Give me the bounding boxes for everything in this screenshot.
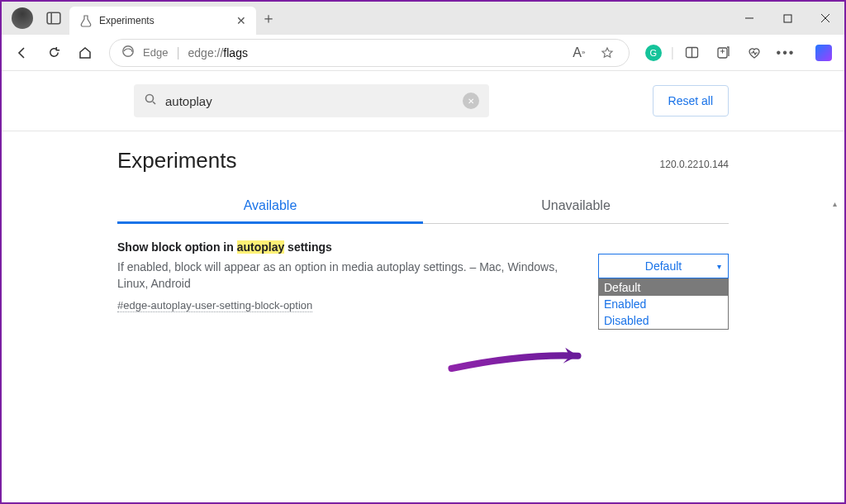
svg-line-13 (153, 102, 155, 104)
profile-avatar[interactable] (12, 7, 33, 29)
select-current-value: Default (645, 259, 682, 273)
page-title: Experiments (117, 148, 237, 174)
option-disabled[interactable]: Disabled (599, 312, 728, 329)
annotation-arrow (444, 346, 601, 376)
version-label: 120.0.2210.144 (660, 159, 729, 170)
tab-actions-icon[interactable] (46, 11, 61, 26)
flag-item: Show block option in autoplay settings I… (117, 224, 729, 329)
close-window-button[interactable] (806, 2, 844, 35)
search-icon (144, 93, 157, 109)
url-text: edge://flags (188, 45, 248, 60)
svg-point-12 (146, 95, 154, 102)
flag-tabs: Available Unavailable (117, 190, 729, 224)
favorite-icon[interactable] (597, 39, 617, 67)
health-icon[interactable] (740, 39, 768, 67)
chevron-down-icon: ▾ (717, 262, 721, 271)
more-menu-icon[interactable]: ••• (772, 39, 800, 67)
new-tab-button[interactable]: ＋ (256, 8, 281, 28)
minimize-button[interactable] (730, 2, 768, 35)
reset-all-button[interactable]: Reset all (653, 85, 729, 116)
tab-close-button[interactable]: ✕ (236, 14, 246, 27)
tab-available[interactable]: Available (117, 190, 423, 224)
scrollbar-up-icon[interactable] (833, 195, 843, 205)
collections-icon[interactable] (709, 39, 737, 67)
back-button[interactable] (8, 39, 36, 67)
address-separator: | (176, 45, 179, 60)
home-button[interactable] (71, 39, 99, 67)
address-bar[interactable]: Edge | edge://flags A» (109, 39, 630, 67)
grammarly-extension-icon[interactable]: G (639, 39, 668, 67)
split-screen-icon[interactable] (677, 39, 706, 67)
browser-tab[interactable]: Experiments ✕ (69, 7, 256, 35)
maximize-button[interactable] (768, 2, 806, 35)
refresh-button[interactable] (40, 39, 68, 67)
tab-title: Experiments (99, 15, 230, 26)
flag-description: If enabled, block will appear as an opti… (117, 259, 582, 292)
read-aloud-icon[interactable]: A» (569, 39, 589, 67)
edge-logo-icon (121, 45, 135, 61)
page-content: ✕ Reset all Experiments 120.0.2210.144 A… (2, 71, 844, 504)
title-bar: Experiments ✕ ＋ (2, 2, 844, 35)
copilot-icon[interactable] (810, 39, 838, 67)
flag-select-dropdown: Default Enabled Disabled (598, 278, 729, 330)
flag-title: Show block option in autoplay settings (117, 240, 582, 254)
option-enabled[interactable]: Enabled (599, 296, 728, 312)
option-default[interactable]: Default (599, 279, 728, 296)
browser-toolbar: Edge | edge://flags A» G | ••• (2, 35, 844, 71)
flag-tag-link[interactable]: #edge-autoplay-user-setting-block-option (117, 299, 312, 312)
svg-rect-3 (784, 15, 791, 22)
tab-unavailable[interactable]: Unavailable (423, 190, 729, 223)
clear-search-button[interactable]: ✕ (463, 93, 479, 109)
flag-search-box[interactable]: ✕ (134, 84, 489, 117)
search-input[interactable] (165, 94, 454, 108)
browser-name-label: Edge (143, 46, 168, 59)
flask-icon (79, 14, 93, 27)
svg-rect-0 (47, 12, 60, 24)
flag-select[interactable]: Default ▾ (598, 254, 729, 278)
